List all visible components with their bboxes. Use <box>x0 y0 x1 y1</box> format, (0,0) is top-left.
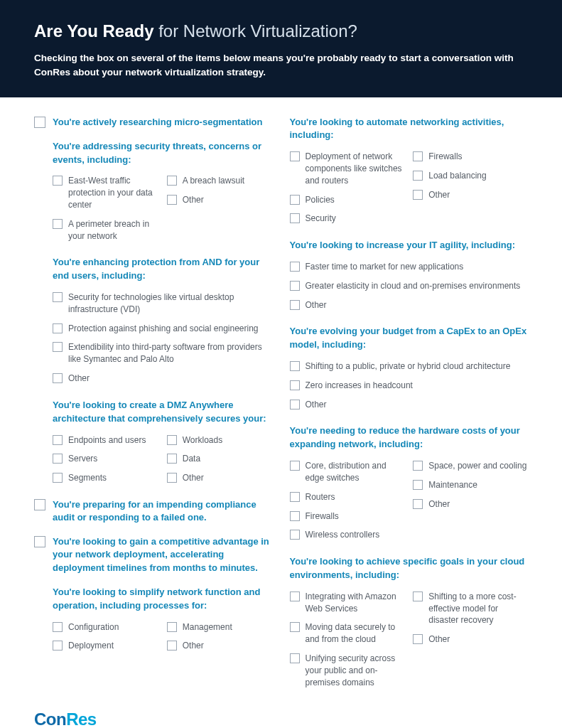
sub-label: Other <box>428 189 450 201</box>
group-title: You're addressing security threats, conc… <box>53 140 273 167</box>
sub-label: Segments <box>68 472 107 484</box>
sub-item: Maintenance <box>413 479 528 491</box>
checkbox[interactable] <box>53 473 63 483</box>
group-title: You're evolving your budget from a CapEx… <box>290 325 529 352</box>
sub-item: Other <box>53 373 273 385</box>
checkbox[interactable] <box>53 342 63 352</box>
sub-item: Greater elasticity in cloud and on-premi… <box>290 280 529 292</box>
checkbox[interactable] <box>290 151 300 161</box>
sub-label: Security <box>306 213 336 225</box>
checkbox[interactable] <box>413 634 423 644</box>
checkbox[interactable] <box>413 480 423 490</box>
sub-label: Zero increases in headcount <box>306 380 413 392</box>
sub-label: Space, power and cooling <box>428 460 526 472</box>
sub-label: Policies <box>306 194 335 206</box>
checkbox[interactable] <box>413 190 423 200</box>
sub-item: Other <box>290 399 529 411</box>
checkbox[interactable] <box>34 536 45 547</box>
checkbox[interactable] <box>290 361 300 371</box>
checkbox[interactable] <box>167 641 177 651</box>
checkbox[interactable] <box>290 400 300 410</box>
sub-label: Shifting to a public, private or hybrid … <box>306 360 511 373</box>
group-agility: You're looking to increase your IT agili… <box>290 239 529 311</box>
checkbox[interactable] <box>413 171 423 181</box>
sub-label: Firewalls <box>428 151 462 163</box>
sub-item: Endpoints and users <box>53 434 158 446</box>
sub-item: Faster time to market for new applicatio… <box>290 261 529 273</box>
sub-item: Integrating with Amazon Web Services <box>290 591 405 615</box>
sub-label: Other <box>183 194 204 206</box>
checkbox[interactable] <box>290 195 300 205</box>
group-dmz: You're looking to create a DMZ Anywhere … <box>53 399 273 484</box>
sub-label: East-West traffic protection in your dat… <box>68 175 158 210</box>
right-column: You're looking to automate networking ac… <box>290 116 529 703</box>
sub-item: Firewalls <box>290 510 405 523</box>
checkbox[interactable] <box>290 530 300 540</box>
sub-item: Policies <box>290 194 405 206</box>
checkbox[interactable] <box>290 213 300 223</box>
sub-label: Other <box>183 472 204 484</box>
sub-item: Segments <box>53 472 158 484</box>
sub-label: Data <box>183 453 200 465</box>
group-budget: You're evolving your budget from a CapEx… <box>290 325 529 410</box>
checkbox[interactable] <box>53 323 63 333</box>
checkbox[interactable] <box>290 592 300 601</box>
checkbox[interactable] <box>167 176 177 186</box>
sub-item: Moving data securely to and from the clo… <box>290 621 405 646</box>
sub-item: Data <box>167 453 273 465</box>
group-hardware: You're needing to reduce the hardware co… <box>290 424 529 541</box>
checkbox[interactable] <box>53 219 63 229</box>
sub-item: Core, distribution and edge switches <box>290 460 405 484</box>
checkbox[interactable] <box>53 373 63 383</box>
checkbox[interactable] <box>53 454 63 464</box>
sub-label: Configuration <box>68 621 119 633</box>
sub-list: Integrating with Amazon Web ServicesMovi… <box>290 591 529 689</box>
checkbox[interactable] <box>167 622 177 632</box>
checkbox[interactable] <box>167 454 177 464</box>
checkbox[interactable] <box>413 499 423 509</box>
left-column: You're actively researching micro-segmen… <box>34 116 273 703</box>
checkbox[interactable] <box>167 195 177 205</box>
checkbox[interactable] <box>413 151 423 161</box>
checkbox[interactable] <box>53 292 63 302</box>
sub-label: Moving data securely to and from the clo… <box>306 621 405 646</box>
sub-label: Core, distribution and edge switches <box>306 460 405 484</box>
sub-label: Other <box>306 299 327 311</box>
checkbox[interactable] <box>290 262 300 272</box>
top-label: You're preparing for an impending compli… <box>53 498 273 524</box>
footer: ConRes CONTINENTAL RESOURCES <box>0 710 562 728</box>
checkbox[interactable] <box>290 492 300 502</box>
sub-label: Maintenance <box>428 479 477 491</box>
checkbox[interactable] <box>34 499 45 510</box>
top-label: You're looking to gain a competitive adv… <box>53 535 273 574</box>
sub-item: Other <box>167 472 273 484</box>
checkbox[interactable] <box>167 473 177 483</box>
checkbox[interactable] <box>53 176 63 186</box>
checkbox[interactable] <box>290 622 300 632</box>
sub-item: Configuration <box>53 621 158 633</box>
checkbox[interactable] <box>167 435 177 445</box>
checkbox[interactable] <box>290 281 300 291</box>
checkbox[interactable] <box>290 511 300 521</box>
checkbox[interactable] <box>290 461 300 471</box>
checkbox[interactable] <box>290 380 300 390</box>
checkbox[interactable] <box>290 300 300 310</box>
sub-item: Other <box>290 299 529 311</box>
checkbox[interactable] <box>413 592 423 601</box>
checkbox[interactable] <box>53 641 63 651</box>
group-title: You're looking to simplify network funct… <box>53 586 273 613</box>
checkbox[interactable] <box>53 435 63 445</box>
checkbox[interactable] <box>290 653 300 663</box>
sub-label: Workloads <box>183 434 222 446</box>
checkbox[interactable] <box>34 117 45 128</box>
group-simplify: You're looking to simplify network funct… <box>53 586 273 652</box>
group-automate: You're looking to automate networking ac… <box>290 116 529 225</box>
sub-item: Extendibility into third-party software … <box>53 341 273 365</box>
group-title: You're enhancing protection from AND for… <box>53 256 273 283</box>
sub-item: East-West traffic protection in your dat… <box>53 175 158 210</box>
sub-label: Faster time to market for new applicatio… <box>306 261 464 273</box>
checkbox[interactable] <box>53 622 63 632</box>
sub-list: Core, distribution and edge switchesRout… <box>290 460 529 541</box>
top-level-item: You're preparing for an impending compli… <box>34 498 273 524</box>
checkbox[interactable] <box>413 461 423 471</box>
